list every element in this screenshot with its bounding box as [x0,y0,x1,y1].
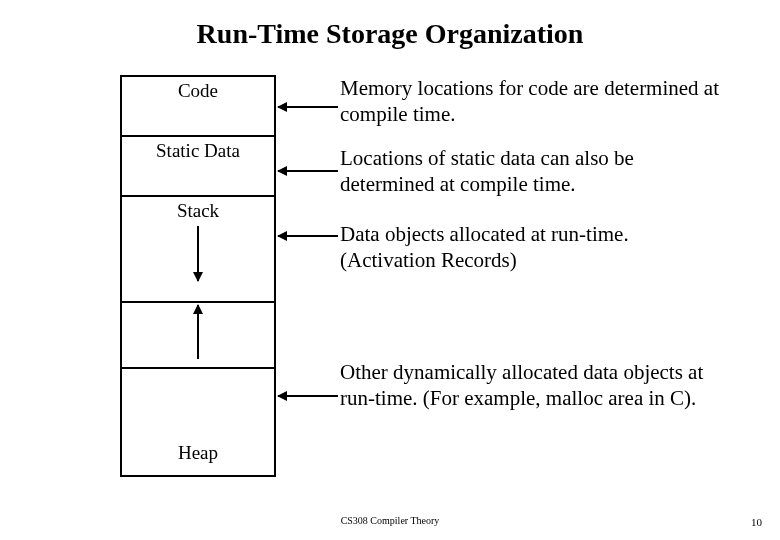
segment-static-label: Static Data [156,140,240,162]
heap-grow-up-arrow [197,305,199,359]
segment-static: Static Data [122,137,274,197]
explanation-heap: Other dynamically allocated data objects… [340,360,720,411]
segment-free [122,303,274,369]
memory-layout-diagram: Code Static Data Stack Heap [120,75,276,477]
footer-course: CS308 Compiler Theory [0,515,780,526]
segment-stack-label: Stack [177,200,219,222]
segment-heap-label: Heap [178,442,218,470]
segment-stack: Stack [122,197,274,303]
segment-code-label: Code [178,80,218,102]
slide-title: Run-Time Storage Organization [0,0,780,60]
slide-content: Code Static Data Stack Heap Memory locat… [0,60,780,500]
arrow-to-heap [278,395,338,397]
explanation-code: Memory locations for code are determined… [340,76,720,127]
arrow-to-static [278,170,338,172]
explanation-stack: Data objects allocated at run-time. (Act… [340,222,720,273]
explanation-static: Locations of static data can also be det… [340,146,720,197]
stack-grow-down-arrow [197,226,199,281]
segment-heap: Heap [122,369,274,475]
page-number: 10 [751,516,762,528]
arrow-to-stack [278,235,338,237]
segment-code: Code [122,77,274,137]
arrow-to-code [278,106,338,108]
